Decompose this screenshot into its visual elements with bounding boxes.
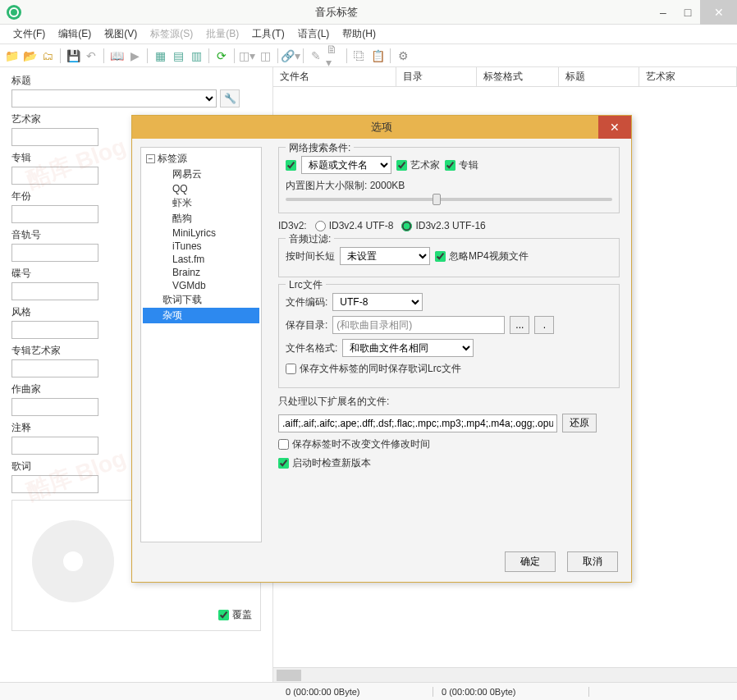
menubar: 文件(F) 编辑(E) 视图(V) 标签源(S) 批量(B) 工具(T) 语言(… (0, 25, 737, 44)
input-title[interactable] (11, 89, 217, 108)
tree-source-5[interactable]: iTunes (143, 240, 259, 253)
net-title-select[interactable]: 标题或文件名 (301, 156, 391, 174)
input-artist[interactable] (11, 128, 98, 146)
minimize-button[interactable]: – (651, 0, 675, 25)
ext-input[interactable] (278, 414, 557, 432)
audio-filter-title: 音频过滤: (286, 232, 334, 246)
save-lrc-check[interactable]: 保存文件标签的同时保存歌词Lrc文件 (286, 362, 461, 376)
tree-source-8[interactable]: VGMdb (143, 279, 259, 292)
tree-source-2[interactable]: 虾米 (143, 195, 259, 211)
th-artist[interactable]: 艺术家 (639, 67, 737, 86)
input-album[interactable] (11, 167, 98, 185)
net-artist-check[interactable]: 艺术家 (396, 158, 440, 172)
refresh-icon[interactable]: ⟳ (213, 48, 230, 64)
th-title[interactable]: 标题 (559, 67, 639, 86)
menu-file[interactable]: 文件(F) (7, 25, 52, 43)
book-icon[interactable]: 📖 (108, 48, 125, 64)
id3-radio1[interactable]: ID3v2.4 UTF-8 (315, 220, 394, 231)
group-net-title: 网络搜索条件: (286, 141, 354, 155)
th-filename[interactable]: 文件名 (273, 67, 396, 86)
pic-size-slider[interactable] (286, 198, 612, 201)
grid2-icon[interactable]: ▤ (170, 48, 186, 64)
ext-label: 只处理以下扩展名的文件: (278, 395, 389, 409)
input-composer[interactable] (11, 398, 98, 416)
undo-icon[interactable]: ↶ (83, 48, 99, 64)
net-album-check[interactable]: 专辑 (445, 158, 478, 172)
encoding-label: 文件编码: (286, 295, 327, 309)
dialog-titlebar: 选项 ✕ (132, 116, 631, 139)
toolbar: 📁 📂 🗂 💾 ↶ 📖 ▶ ▦ ▤ ▥ ⟳ ◫▾ ◫ 🔗▾ ✎ 🗎▾ ⿻ 📋 ⚙ (0, 44, 737, 67)
input-genre[interactable] (11, 321, 98, 339)
grid3-icon[interactable]: ▥ (188, 48, 204, 64)
id3-radio2[interactable]: ID3v2.3 UTF-16 (401, 220, 485, 231)
tree-lyrics[interactable]: 歌词下载 (143, 292, 259, 308)
encoding-select[interactable]: UTF-8 (332, 293, 423, 311)
settings-icon[interactable]: ⚙ (395, 48, 411, 64)
check-update-check[interactable]: 启动时检查新版本 (278, 456, 371, 470)
folder-icon[interactable]: 📁 (3, 48, 20, 64)
browse-button[interactable]: ... (510, 316, 529, 334)
group-lrc: Lrc文件 文件编码: UTF-8 保存目录: ... . 文件名格式: 和歌曲… (278, 284, 620, 388)
menu-tools[interactable]: 工具(T) (245, 25, 291, 43)
savedir-input[interactable] (332, 316, 505, 334)
ok-button[interactable]: 确定 (505, 551, 556, 572)
tree-source-4[interactable]: MiniLyrics (143, 226, 259, 240)
tree-misc[interactable]: 杂项 (143, 308, 259, 323)
tree-source-7[interactable]: Brainz (143, 266, 259, 279)
horizontal-scrollbar[interactable] (273, 667, 737, 682)
savedir-label: 保存目录: (286, 318, 327, 332)
fnfmt-select[interactable]: 和歌曲文件名相同 (342, 339, 474, 357)
id3-label: ID3v2: (278, 220, 307, 231)
folder-add-icon[interactable]: 📂 (21, 48, 38, 64)
doc-icon[interactable]: 🗎▾ (326, 48, 342, 64)
tree-source-3[interactable]: 酷狗 (143, 211, 259, 226)
close-button[interactable]: ✕ (700, 0, 737, 25)
app-title: 音乐标签 (21, 5, 651, 20)
save-icon[interactable]: 💾 (65, 48, 81, 64)
input-year[interactable] (11, 205, 98, 223)
input-track[interactable] (11, 244, 98, 262)
paste-icon[interactable]: 📋 (369, 48, 386, 64)
status-mid1: 0 (00:00:00 0Byte) (277, 687, 433, 697)
current-dir-button[interactable]: . (534, 316, 554, 334)
menu-language[interactable]: 语言(L) (291, 25, 336, 43)
menu-view[interactable]: 视图(V) (98, 25, 144, 43)
input-album-artist[interactable] (11, 359, 98, 377)
cover-checkbox[interactable]: 覆盖 (218, 608, 252, 622)
th-dir[interactable]: 目录 (396, 67, 477, 86)
ignore-mp4-check[interactable]: 忽略MP4视频文件 (435, 249, 529, 263)
play-icon[interactable]: ▶ (126, 48, 143, 64)
tree-root[interactable]: −标签源 (143, 151, 259, 167)
th-tagfmt[interactable]: 标签格式 (477, 67, 559, 86)
cancel-button[interactable]: 取消 (567, 551, 618, 572)
copy-icon[interactable]: ⿻ (351, 48, 368, 64)
app-icon (7, 5, 21, 20)
maximize-button[interactable]: □ (675, 0, 700, 25)
menu-edit[interactable]: 编辑(E) (52, 25, 98, 43)
dialog-close-button[interactable]: ✕ (598, 116, 631, 139)
net-title-check[interactable] (286, 160, 296, 171)
input-disc[interactable] (11, 282, 98, 300)
link-icon[interactable]: 🔗▾ (282, 48, 299, 64)
title-tool-button[interactable]: 🔧 (220, 89, 240, 108)
input-comment[interactable] (11, 437, 98, 455)
panel2-icon[interactable]: ◫ (257, 48, 273, 64)
tree-source-0[interactable]: 网易云 (143, 167, 259, 182)
menu-help[interactable]: 帮助(H) (336, 25, 382, 43)
keep-mtime-check[interactable]: 保存标签时不改变文件修改时间 (278, 437, 430, 451)
folder-multi-icon[interactable]: 🗂 (39, 48, 56, 64)
restore-button[interactable]: 还原 (562, 414, 597, 432)
menu-tagsource[interactable]: 标签源(S) (144, 25, 199, 43)
input-lyrics[interactable] (11, 475, 98, 493)
grid1-icon[interactable]: ▦ (152, 48, 168, 64)
duration-select[interactable]: 未设置 (340, 247, 430, 265)
label-title: 标题 (11, 74, 261, 88)
pic-limit-label: 内置图片大小限制: 2000KB (286, 179, 405, 193)
menu-batch[interactable]: 批量(B) (199, 25, 245, 43)
tree-source-6[interactable]: Last.fm (143, 253, 259, 266)
titlebar: 音乐标签 – □ ✕ (0, 0, 737, 25)
tree-source-1[interactable]: QQ (143, 182, 259, 195)
wand-icon[interactable]: ✎ (308, 48, 324, 64)
table-header: 文件名 目录 标签格式 标题 艺术家 (273, 67, 737, 87)
panel-icon[interactable]: ◫▾ (239, 48, 255, 64)
